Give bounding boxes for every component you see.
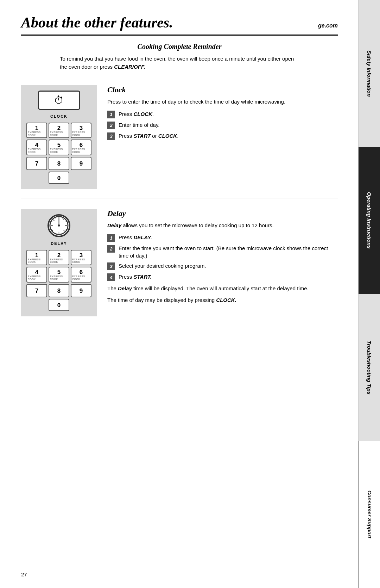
cooking-complete-heading: Cooking Complete Reminder — [21, 43, 338, 51]
clock-key-9[interactable]: 9 — [71, 157, 91, 170]
delay-desc-bold: Delay — [107, 222, 121, 228]
tab-consumer-support-label: Consumer Support — [367, 490, 373, 538]
delay-step-4-text: Press START. — [119, 273, 152, 280]
tab-troubleshooting-tips-label: Troubleshooting Tips — [366, 341, 372, 395]
delay-step-1-text: Press DELAY. — [119, 234, 152, 241]
tab-consumer-support[interactable]: Consumer Support — [358, 441, 380, 588]
cooking-complete-body: To remind you that you have food in the … — [60, 56, 294, 70]
clock-step-3-bold-start: START — [134, 133, 151, 139]
delay-key-8[interactable]: 8 — [49, 284, 69, 297]
cooking-complete-section: Cooking Complete Reminder To remind you … — [21, 43, 338, 78]
delay-step-4-num: 4 — [107, 273, 115, 281]
clock-step-1: 1 Press CLOCK. — [107, 110, 338, 118]
delay-key-0[interactable]: 0 — [49, 299, 69, 311]
delay-note-2-bold: CLOCK. — [216, 297, 236, 303]
clock-step-1-bold: CLOCK — [134, 111, 152, 117]
clock-key-5[interactable]: 5 EXPRESS COOK — [49, 140, 69, 155]
clock-keypad: ⏱ CLOCK 1 EXPRESS COOK 2 EXPRESS COOK 3 … — [21, 85, 97, 189]
tab-operating-instructions-label: Operating Instructions — [366, 192, 372, 249]
side-tabs: Safety Information Operating Instruction… — [358, 0, 380, 588]
clock-step-3: 3 Press START or CLOCK. — [107, 132, 338, 140]
clock-keypad-grid: 1 EXPRESS COOK 2 EXPRESS COOK 3 EXPRESS … — [26, 123, 91, 184]
delay-steps: Delay Delay allows you to set the microw… — [107, 209, 338, 304]
delay-step-2: 2 Enter the time you want the oven to st… — [107, 245, 338, 259]
tab-operating-instructions[interactable]: Operating Instructions — [358, 147, 380, 294]
title-line: About the other features. ge.com — [21, 14, 338, 36]
page-title: About the other features. — [21, 14, 173, 31]
delay-keypad-grid: 1 EXPRESS COOK 2 EXPRESS COOK 3 EXPRESS … — [26, 250, 91, 311]
delay-desc-text: allows you to set the microwave to delay… — [121, 222, 274, 228]
delay-step-2-num: 2 — [107, 245, 115, 253]
clock-step-3-bold-clock: CLOCK — [158, 133, 177, 139]
delay-step-3-text: Select your desired cooking program. — [119, 262, 206, 270]
clock-step-2-num: 2 — [107, 122, 115, 129]
delay-key-2[interactable]: 2 EXPRESS COOK — [49, 250, 69, 265]
clock-section: ⏱ CLOCK 1 EXPRESS COOK 2 EXPRESS COOK 3 … — [21, 85, 338, 198]
delay-keypad-label: DELAY — [51, 241, 67, 246]
tab-safety-information-label: Safety Information — [366, 50, 372, 97]
cooking-complete-text: To remind you that you have food in the … — [60, 55, 299, 71]
delay-keypad: DELAY 1 EXPRESS COOK 2 EXPRESS COOK 3 EX… — [21, 209, 97, 316]
clock-key-3[interactable]: 3 EXPRESS COOK — [71, 123, 91, 138]
clear-off-label: CLEAR/OFF. — [114, 64, 145, 70]
delay-key-3[interactable]: 3 EXPRESS COOK — [71, 250, 91, 265]
clock-key-7[interactable]: 7 — [26, 157, 47, 170]
clock-steps: Clock Press to enter the time of day or … — [107, 85, 338, 143]
delay-icon-circle — [48, 214, 70, 237]
clock-key-6[interactable]: 6 EXPRESS COOK — [71, 140, 91, 155]
delay-knob-icon — [49, 215, 69, 236]
clock-description: Press to enter the time of day or to che… — [107, 98, 338, 106]
svg-point-16 — [58, 224, 60, 227]
page-number: 27 — [21, 571, 27, 577]
main-content: About the other features. ge.com Cooking… — [0, 0, 355, 588]
delay-key-9[interactable]: 9 — [71, 284, 91, 297]
delay-note-2-text: The time of day may be displayed by pres… — [107, 297, 216, 303]
clock-step-3-num: 3 — [107, 132, 115, 140]
clock-display-icon: ⏱ — [54, 94, 64, 106]
delay-step-1-bold: DELAY — [134, 234, 151, 240]
clock-step-1-num: 1 — [107, 111, 115, 118]
delay-description: Delay allows you to set the microwave to… — [107, 222, 338, 230]
clock-heading: Clock — [107, 85, 338, 94]
clock-display: ⏱ — [38, 91, 80, 110]
clock-step-1-text: Press CLOCK. — [119, 110, 154, 118]
delay-heading: Delay — [107, 209, 338, 218]
delay-note-1-bold: Delay — [118, 285, 132, 291]
delay-step-1-num: 1 — [107, 234, 115, 242]
clock-key-1[interactable]: 1 EXPRESS COOK — [26, 123, 47, 138]
delay-step-2-text: Enter the time you want the oven to star… — [119, 245, 338, 259]
delay-note-2: The time of day may be displayed by pres… — [107, 296, 338, 304]
delay-key-7[interactable]: 7 — [26, 284, 47, 297]
delay-note-1-text: time will be displayed. The oven will au… — [132, 285, 309, 291]
clock-key-0[interactable]: 0 — [49, 172, 69, 184]
delay-step-1: 1 Press DELAY. — [107, 234, 338, 242]
delay-key-5[interactable]: 5 EXPRESS COOK — [49, 267, 69, 282]
clock-key-2[interactable]: 2 EXPRESS COOK — [49, 123, 69, 138]
clock-step-3-text: Press START or CLOCK. — [119, 132, 178, 140]
delay-section: DELAY 1 EXPRESS COOK 2 EXPRESS COOK 3 EX… — [21, 209, 338, 325]
tab-troubleshooting-tips[interactable]: Troubleshooting Tips — [358, 294, 380, 441]
delay-step-3: 3 Select your desired cooking program. — [107, 262, 338, 270]
website-label: ge.com — [318, 23, 338, 29]
delay-step-4: 4 Press START. — [107, 273, 338, 281]
delay-key-4[interactable]: 4 EXPRESS COOK — [26, 267, 47, 282]
delay-step-4-bold: START. — [134, 274, 152, 280]
delay-step-3-num: 3 — [107, 262, 115, 270]
clock-keypad-label: CLOCK — [50, 114, 68, 118]
clock-step-2: 2 Enter time of day. — [107, 121, 338, 129]
delay-key-1[interactable]: 1 EXPRESS COOK — [26, 250, 47, 265]
delay-note-1: The Delay time will be displayed. The ov… — [107, 285, 338, 293]
clock-key-4[interactable]: 4 EXPRESS COOK — [26, 140, 47, 155]
clock-key-8[interactable]: 8 — [49, 157, 69, 170]
tab-safety-information[interactable]: Safety Information — [358, 0, 380, 147]
clock-step-2-text: Enter time of day. — [119, 121, 159, 129]
delay-key-6[interactable]: 6 EXPRESS COOK — [71, 267, 91, 282]
